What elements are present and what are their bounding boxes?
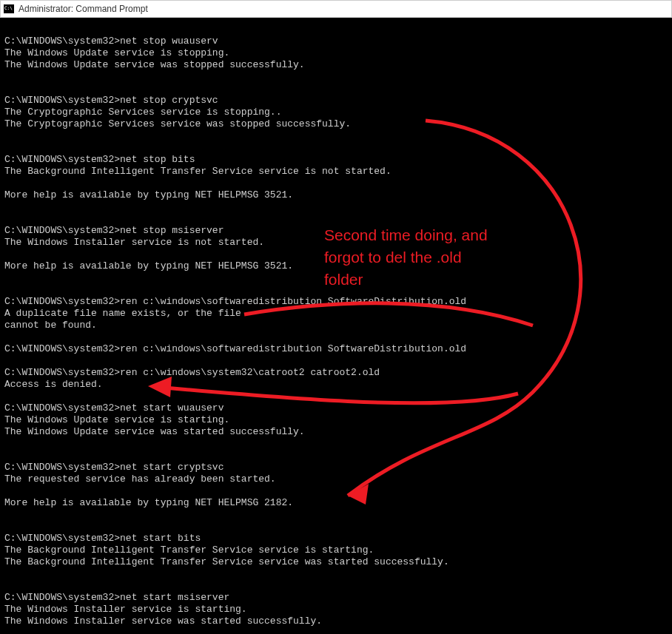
output-line: More help is available by typing NET HEL… xyxy=(4,189,668,201)
blank-line xyxy=(4,485,668,497)
output-line: More help is available by typing NET HEL… xyxy=(4,260,668,272)
output-line: The Cryptographic Services service was s… xyxy=(4,118,668,130)
output-line: The Windows Update service is starting. xyxy=(4,414,668,426)
command-line: C:\WINDOWS\system32>ren c:\windows\softw… xyxy=(4,296,668,308)
console-output[interactable]: C:\WINDOWS\system32>net stop wuauservThe… xyxy=(0,18,672,634)
output-line: More help is available by typing NET HEL… xyxy=(4,497,668,509)
blank-line xyxy=(4,509,668,521)
blank-line xyxy=(4,178,668,189)
output-line: The Background Intelligent Transfer Serv… xyxy=(4,166,668,178)
blank-line xyxy=(4,142,668,154)
output-line: The requested service has already been s… xyxy=(4,473,668,485)
output-line: The Background Intelligent Transfer Serv… xyxy=(4,544,668,556)
window-title-bar[interactable]: Administrator: Command Prompt xyxy=(0,0,672,18)
command-line: C:\WINDOWS\system32>net stop wuauserv xyxy=(4,36,668,47)
blank-line xyxy=(4,130,668,142)
output-line: The Cryptographic Services service is st… xyxy=(4,107,668,118)
blank-line xyxy=(4,201,668,213)
output-line: The Windows Installer service is not sta… xyxy=(4,237,668,249)
command-line: C:\WINDOWS\system32>net start wuauserv xyxy=(4,402,668,414)
output-line: The Windows Update service is stopping. xyxy=(4,47,668,59)
blank-line xyxy=(4,391,668,402)
cmd-icon xyxy=(4,4,14,13)
blank-line xyxy=(4,249,668,260)
command-line: C:\WINDOWS\system32>net stop msiserver xyxy=(4,225,668,237)
output-line: Access is denied. xyxy=(4,379,668,391)
window-title: Administrator: Command Prompt xyxy=(19,4,148,14)
output-line: The Windows Installer service was starte… xyxy=(4,616,668,627)
blank-line xyxy=(4,568,668,580)
blank-line xyxy=(4,450,668,462)
command-line: C:\WINDOWS\system32>net stop bits xyxy=(4,154,668,166)
command-line: C:\WINDOWS\system32>net start bits xyxy=(4,533,668,544)
blank-line xyxy=(4,355,668,367)
output-line: The Windows Update service was started s… xyxy=(4,426,668,438)
blank-line xyxy=(4,521,668,533)
blank-line xyxy=(4,71,668,83)
blank-line xyxy=(4,284,668,296)
output-line: The Windows Update service was stopped s… xyxy=(4,59,668,71)
blank-line xyxy=(4,24,668,36)
command-line: C:\WINDOWS\system32>ren c:\windows\softw… xyxy=(4,343,668,355)
output-line: The Windows Installer service is startin… xyxy=(4,604,668,616)
command-line: C:\WINDOWS\system32>net start cryptsvc xyxy=(4,462,668,473)
blank-line xyxy=(4,213,668,225)
blank-line xyxy=(4,580,668,592)
command-line: C:\WINDOWS\system32>ren c:\windows\syste… xyxy=(4,367,668,379)
blank-line xyxy=(4,83,668,95)
command-line: C:\WINDOWS\system32>net start msiserver xyxy=(4,592,668,604)
output-line: A duplicate file name exists, or the fil… xyxy=(4,308,668,320)
blank-line xyxy=(4,438,668,450)
blank-line xyxy=(4,272,668,284)
command-line: C:\WINDOWS\system32>net stop cryptsvc xyxy=(4,95,668,107)
output-line: cannot be found. xyxy=(4,320,668,331)
blank-line xyxy=(4,331,668,343)
output-line: The Background Intelligent Transfer Serv… xyxy=(4,556,668,568)
